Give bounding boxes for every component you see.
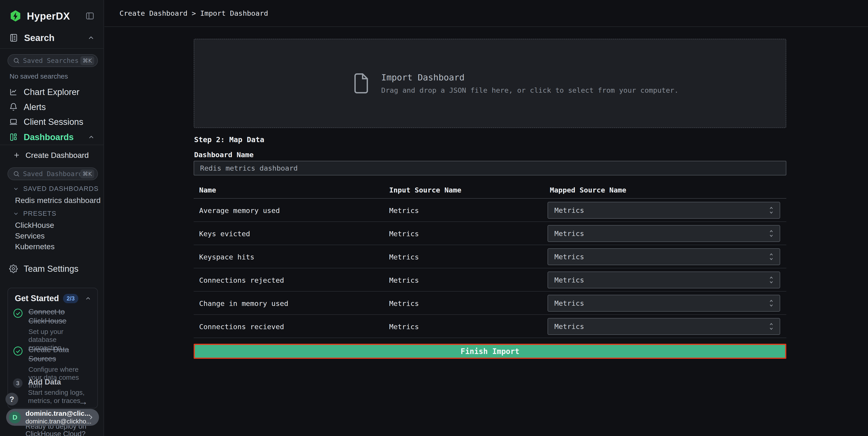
file-icon xyxy=(352,72,370,94)
chevron-down-icon xyxy=(13,210,19,217)
brand-name: HyperDX xyxy=(27,10,70,22)
chevron-down-icon xyxy=(13,186,19,192)
team-settings-label: Team Settings xyxy=(24,264,79,274)
column-header-input-source: Input Source Name xyxy=(389,186,461,194)
chevron-right-icon xyxy=(88,414,94,421)
sidebar-collapse-icon[interactable] xyxy=(85,11,95,21)
plus-icon xyxy=(13,151,21,159)
select-chevrons-icon xyxy=(768,252,774,262)
sidebar-item-alerts[interactable]: Alerts xyxy=(0,99,104,115)
create-dashboard-label: Create Dashboard xyxy=(26,151,89,160)
table-row: Change in memory used Metrics Metrics xyxy=(194,292,786,315)
mapped-source-select[interactable]: Metrics xyxy=(548,271,780,288)
sidebar-item-team-settings[interactable]: Team Settings xyxy=(0,261,104,276)
task-title: Add Data xyxy=(28,377,88,386)
saved-dashboards-searchbox[interactable]: ⌘K xyxy=(7,168,98,180)
user-account-chip[interactable]: D dominic.tran@clic... dominic.tran@clic… xyxy=(6,409,99,426)
sidebar-item-label: Chart Explorer xyxy=(24,87,80,97)
sidebar-item-label: Alerts xyxy=(24,102,46,112)
dashboard-name-input[interactable] xyxy=(194,161,786,175)
finish-import-label: Finish Import xyxy=(461,347,519,356)
select-chevrons-icon xyxy=(768,321,774,331)
create-dashboard-button[interactable]: Create Dashboard xyxy=(0,148,104,162)
user-name: dominic.tran@clic... xyxy=(26,410,88,417)
get-started-title: Get Started xyxy=(15,294,59,303)
select-value: Metrics xyxy=(554,299,584,307)
chevron-up-icon xyxy=(85,295,92,302)
table-row: Average memory used Metrics Metrics xyxy=(194,199,786,222)
shortcut-badge: ⌘K xyxy=(80,170,94,178)
task-title: Connect to ClickHouse xyxy=(28,307,88,326)
finish-import-button[interactable]: Finish Import xyxy=(194,344,786,359)
preset-link-clickhouse[interactable]: ClickHouse xyxy=(15,221,54,230)
row-name: Keys evicted xyxy=(199,230,250,238)
mapped-source-select[interactable]: Metrics xyxy=(548,202,780,219)
select-value: Metrics xyxy=(554,206,584,214)
chart-explorer-icon xyxy=(9,88,18,96)
select-value: Metrics xyxy=(554,253,584,261)
table-row: Keyspace hits Metrics Metrics xyxy=(194,245,786,268)
mapped-source-select[interactable]: Metrics xyxy=(548,225,780,242)
search-section-icon xyxy=(9,33,18,42)
preset-link-kubernetes[interactable]: Kubernetes xyxy=(15,242,55,251)
progress-badge: 2/3 xyxy=(63,294,78,303)
no-saved-searches-text: No saved searches xyxy=(9,72,68,80)
preset-link-services[interactable]: Services xyxy=(15,231,44,240)
saved-dashboards-input[interactable] xyxy=(23,170,80,178)
bell-icon xyxy=(9,103,18,111)
sidebar-item-chart-explorer[interactable]: Chart Explorer xyxy=(0,85,104,99)
sidebar-item-dashboards[interactable]: Dashboards xyxy=(0,129,104,145)
select-chevrons-icon xyxy=(768,298,774,308)
mapped-source-select[interactable]: Metrics xyxy=(548,295,780,312)
saved-searches-input[interactable] xyxy=(23,57,80,64)
search-section-label: Search xyxy=(24,33,54,43)
select-chevrons-icon xyxy=(768,275,774,285)
gear-icon xyxy=(9,264,18,273)
breadcrumb: Create Dashboard > Import Dashboard xyxy=(120,9,268,17)
sidebar: HyperDX Search ⌘K No saved searches xyxy=(0,0,104,436)
group-header-label: SAVED DASHBOARDS xyxy=(23,185,98,193)
import-dropzone[interactable]: Import Dashboard Drag and drop a JSON fi… xyxy=(194,39,786,128)
row-name: Keyspace hits xyxy=(199,253,254,261)
saved-searches-searchbox[interactable]: ⌘K xyxy=(7,54,98,67)
row-name: Change in memory used xyxy=(199,299,288,308)
mapped-source-select[interactable]: Metrics xyxy=(548,248,780,265)
table-row: Connections rejected Metrics Metrics xyxy=(194,268,786,292)
select-chevrons-icon xyxy=(768,205,774,215)
row-input-source: Metrics xyxy=(389,323,419,331)
get-started-header[interactable]: Get Started 2/3 xyxy=(15,294,92,303)
sidebar-item-label: Dashboards xyxy=(24,132,74,142)
chevron-up-icon xyxy=(88,134,95,141)
get-started-card: Get Started 2/3 Connect to ClickHouse Se… xyxy=(7,288,98,408)
step-number-badge: 3 xyxy=(13,378,23,388)
table-header-row: Name Input Source Name Mapped Source Nam… xyxy=(194,183,786,199)
topbar: Create Dashboard > Import Dashboard xyxy=(104,0,868,27)
row-input-source: Metrics xyxy=(389,230,419,238)
saved-dashboards-group-header[interactable]: SAVED DASHBOARDS xyxy=(13,185,98,193)
user-email: dominic.tran@clickho... xyxy=(26,418,88,425)
table-row: Keys evicted Metrics Metrics xyxy=(194,222,786,245)
get-started-item-add-data[interactable]: 3 Add Data Start sending logs, metrics, … xyxy=(13,377,94,405)
table-row: Connections recieved Metrics Metrics xyxy=(194,315,786,338)
sidebar-item-client-sessions[interactable]: Client Sessions xyxy=(0,114,104,129)
sidebar-section-search[interactable]: Search xyxy=(0,31,104,45)
laptop-icon xyxy=(9,118,18,126)
search-icon xyxy=(13,57,20,64)
avatar: D xyxy=(9,411,21,424)
brand-header: HyperDX xyxy=(9,8,95,24)
column-header-mapped-source: Mapped Source Name xyxy=(550,186,626,194)
app-window: HyperDX Search ⌘K No saved searches xyxy=(0,0,868,436)
shortcut-badge: ⌘K xyxy=(80,56,94,65)
step-heading: Step 2: Map Data xyxy=(194,135,264,144)
presets-group-header[interactable]: PRESETS xyxy=(13,210,57,217)
search-icon xyxy=(13,170,20,177)
saved-dashboard-link[interactable]: Redis metrics dashboard xyxy=(15,196,101,205)
sidebar-item-label: Client Sessions xyxy=(24,117,83,127)
mapped-source-select[interactable]: Metrics xyxy=(548,318,780,335)
help-button[interactable]: ? xyxy=(5,393,18,405)
sidebar-divider xyxy=(0,48,104,49)
dashboard-name-label: Dashboard Name xyxy=(194,151,253,159)
check-circle-icon xyxy=(13,308,23,318)
dashboards-grid-icon xyxy=(9,133,18,142)
hyperdx-logo-icon xyxy=(9,9,22,23)
